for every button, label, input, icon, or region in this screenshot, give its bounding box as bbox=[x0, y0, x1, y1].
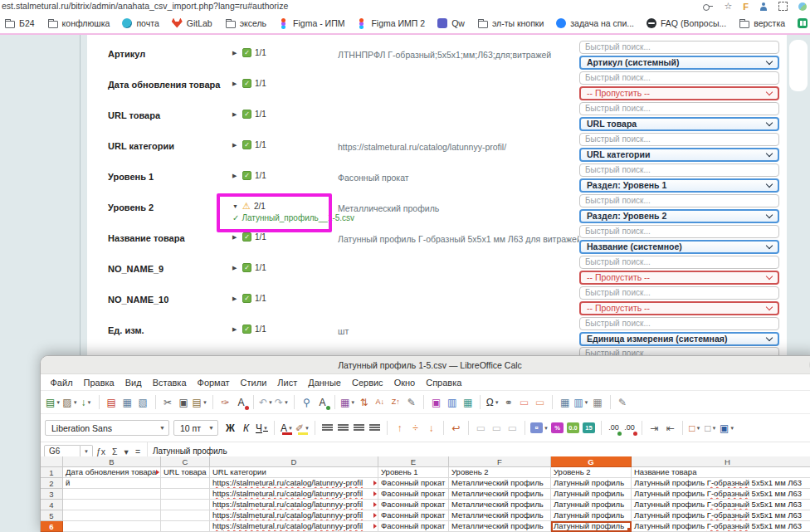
chevron-down-icon[interactable]: ▼ bbox=[495, 400, 500, 405]
percent-format-icon[interactable]: % bbox=[550, 420, 564, 436]
quick-search-input[interactable] bbox=[579, 194, 779, 207]
align-left-icon[interactable] bbox=[320, 420, 334, 436]
extension-f-icon[interactable]: F bbox=[743, 2, 749, 12]
bookmark-item[interactable]: конфлюшка bbox=[47, 18, 110, 28]
cell-E6[interactable]: Фасонный прокат bbox=[378, 521, 449, 532]
insert-image-icon[interactable]: ▣ bbox=[429, 394, 443, 410]
wrap-text-icon[interactable]: ↩ bbox=[449, 420, 463, 436]
menu-item[interactable]: Вставка bbox=[147, 378, 192, 388]
freeze-panes-icon[interactable]: ▥▼ bbox=[573, 394, 588, 410]
spelling-icon[interactable]: A bbox=[315, 394, 329, 410]
expand-toggle-icon[interactable]: ▶ bbox=[232, 81, 239, 87]
cell-D3[interactable]: https://stalmetural.ru/catalog/latunnyy-… bbox=[210, 489, 378, 500]
quick-search-input[interactable] bbox=[579, 41, 779, 54]
menu-item[interactable]: Окно bbox=[388, 378, 421, 388]
undo-icon[interactable]: ↶▼ bbox=[259, 394, 273, 410]
mapped-checkbox[interactable]: ✓ bbox=[242, 79, 251, 88]
cell-reference-box[interactable]: G6 bbox=[44, 445, 81, 457]
hyperlink-icon[interactable]: ⚭ bbox=[501, 394, 515, 410]
bookmark-item[interactable]: задача на спи... bbox=[556, 18, 634, 28]
chevron-down-icon[interactable]: ▼ bbox=[73, 400, 78, 405]
column-header-H[interactable]: H bbox=[632, 456, 810, 467]
italic-icon[interactable]: К bbox=[239, 420, 253, 436]
bookmark-item[interactable]: эл-ты кнопки bbox=[477, 18, 544, 28]
browser-address-bar[interactable]: est.stalmetural.ru/bitrix/admin/anahata_… bbox=[0, 0, 810, 12]
mapping-select[interactable]: -- Пропустить -- bbox=[579, 271, 779, 286]
quick-search-input[interactable] bbox=[579, 71, 779, 85]
cell-H3[interactable]: Латунный профиль Г-образный 5x5x1 мм Л63 bbox=[632, 489, 810, 500]
cell-B5[interactable] bbox=[63, 510, 161, 521]
quick-search-input[interactable] bbox=[579, 164, 779, 177]
autofilter-icon[interactable]: ✎ bbox=[404, 394, 418, 410]
column-header-B[interactable]: B bbox=[63, 456, 161, 467]
paste-icon[interactable]: ▤▼ bbox=[193, 394, 207, 410]
cell-H1[interactable]: Название товара bbox=[632, 467, 810, 478]
menu-item[interactable]: Правка bbox=[78, 378, 120, 388]
function-wizard-icon[interactable]: ƒx bbox=[96, 447, 105, 456]
chevron-down-icon[interactable]: ▼ bbox=[87, 400, 92, 405]
export-pdf-icon[interactable]: ▤ bbox=[105, 394, 119, 410]
sort-descending-icon[interactable]: Z↑ bbox=[388, 394, 403, 410]
mapping-select[interactable]: URL товара bbox=[579, 117, 779, 132]
menu-item[interactable]: Данные bbox=[303, 378, 347, 388]
chevron-down-icon[interactable]: ▼ bbox=[288, 426, 293, 431]
open-file-icon[interactable]: ▨▼ bbox=[62, 394, 77, 410]
underline-icon[interactable]: Ч▼ bbox=[255, 420, 269, 436]
cell-B4[interactable] bbox=[63, 500, 161, 510]
cell-B6[interactable] bbox=[63, 521, 161, 532]
delete-decimal-icon[interactable]: .00 bbox=[622, 420, 637, 436]
sort-ascending-icon[interactable]: A↓ bbox=[373, 394, 387, 410]
bookmark-item[interactable]: Разработка И... bbox=[798, 18, 810, 28]
sort-icon[interactable]: ⇅ bbox=[357, 394, 371, 410]
row-header-1[interactable]: 1 bbox=[41, 467, 63, 478]
row-header-4[interactable]: 4 bbox=[41, 500, 63, 510]
cell-G6[interactable]: Латунный профиль bbox=[551, 521, 632, 532]
cell-F4[interactable]: Металлический профиль bbox=[449, 500, 551, 510]
copy-icon[interactable]: ▣ bbox=[177, 394, 191, 410]
align-justify-icon[interactable] bbox=[368, 420, 382, 436]
expand-toggle-icon[interactable]: ▶ bbox=[232, 295, 239, 302]
menu-item[interactable]: Формат bbox=[192, 378, 235, 388]
mapping-select[interactable]: Название (системное) bbox=[579, 240, 779, 255]
expand-toggle-icon[interactable]: ▶ bbox=[232, 326, 239, 333]
cell-C1[interactable]: URL товара bbox=[161, 467, 210, 478]
function-dropdown-icon[interactable]: ▾ bbox=[124, 447, 129, 456]
cell-E4[interactable]: Фасонный прокат bbox=[378, 500, 449, 510]
mapped-checkbox[interactable]: ✓ bbox=[242, 171, 251, 180]
expand-toggle-icon[interactable]: ▶ bbox=[232, 50, 239, 56]
table-rows-columns-icon[interactable]: ▦▼ bbox=[340, 394, 355, 410]
mapped-checkbox[interactable]: ✓ bbox=[242, 140, 251, 149]
menu-item[interactable]: Сервис bbox=[346, 378, 388, 388]
draw-functions-icon[interactable]: ✎ bbox=[616, 394, 630, 410]
comment-icon[interactable]: ▭ bbox=[517, 394, 531, 410]
cell-G5[interactable]: Латунный профиль bbox=[551, 510, 632, 521]
cell-E5[interactable]: Фасонный прокат bbox=[378, 510, 449, 521]
mapped-checkbox[interactable]: ✓ bbox=[242, 294, 251, 303]
cell-B2[interactable]: й bbox=[63, 478, 161, 489]
url-text[interactable]: est.stalmetural.ru/bitrix/admin/anahata_… bbox=[2, 1, 288, 11]
row-header-5[interactable]: 5 bbox=[41, 510, 63, 521]
headers-footers-icon[interactable]: ▭ bbox=[533, 394, 547, 410]
bookmark-item[interactable]: Figma - ИПМ bbox=[279, 18, 344, 28]
mapped-checkbox[interactable]: ✓ bbox=[242, 232, 251, 242]
scrollbar-thumb[interactable] bbox=[789, 40, 808, 91]
add-decimal-icon[interactable]: .00 bbox=[607, 420, 621, 436]
column-header-C[interactable]: C bbox=[161, 456, 210, 467]
calc-titlebar[interactable]: Латунный профиль 1-5.csv — LibreOffice C… bbox=[41, 356, 810, 374]
menu-item[interactable]: Файл bbox=[45, 378, 78, 388]
clear-formatting-icon[interactable]: A bbox=[234, 394, 248, 410]
expand-toggle-icon[interactable]: ▶ bbox=[232, 142, 239, 149]
merge-cells-icon[interactable]: ▭ bbox=[490, 420, 504, 436]
cell-G2[interactable]: Латунный профиль bbox=[551, 478, 632, 489]
align-center-icon[interactable] bbox=[336, 420, 350, 436]
cell-E2[interactable]: Фасонный прокат bbox=[378, 478, 449, 489]
mapping-select[interactable]: URL категории bbox=[579, 148, 779, 163]
save-icon[interactable]: ↓▼ bbox=[80, 394, 94, 410]
pivot-table-icon[interactable]: ▦ bbox=[461, 394, 475, 410]
column-header-G[interactable]: G bbox=[551, 456, 632, 467]
highlight-color-icon[interactable]: ✐▼ bbox=[295, 420, 310, 436]
extension-cube-icon[interactable] bbox=[798, 2, 807, 11]
chevron-down-icon[interactable]: ▼ bbox=[263, 426, 268, 431]
cell-E3[interactable]: Фасонный прокат bbox=[378, 489, 449, 500]
bookmark-item[interactable]: Б24 bbox=[4, 18, 35, 28]
